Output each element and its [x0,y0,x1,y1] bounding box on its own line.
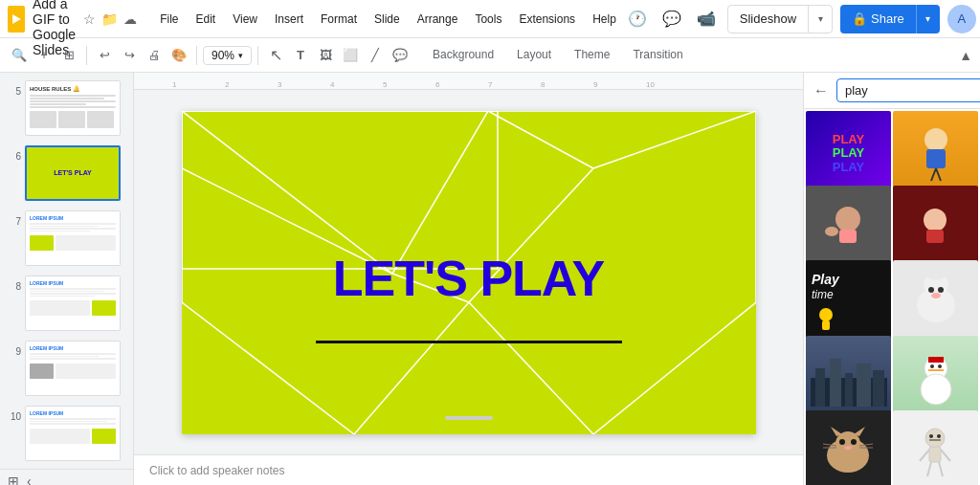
undo-btn[interactable]: ↩ [93,43,116,68]
notes-bar[interactable]: Click to add speaker notes [134,454,803,485]
comment-tool[interactable]: 💬 [389,43,412,68]
tab-theme[interactable]: Theme [563,44,621,67]
gif-item-3b[interactable]: WANNA PLAY? [893,260,978,345]
grid-slides-icon[interactable]: ⊞ [8,474,19,485]
folder-icon[interactable]: 📁 [101,11,118,27]
shape-tool[interactable]: ⬜ [339,43,362,68]
slideshow-button[interactable]: Slideshow ▾ [727,5,833,33]
tab-layout[interactable]: Layout [505,44,563,67]
gif-img-3a: Play time [806,260,891,345]
star-icon[interactable]: ☆ [83,11,96,27]
svg-rect-39 [815,368,825,407]
collapse-panel-icon[interactable]: ‹ [27,474,32,485]
menu-view[interactable]: View [225,9,265,30]
gif-back-button[interactable]: ← [812,80,831,101]
svg-point-27 [924,209,947,231]
ruler-mark: 3 [278,80,281,89]
gif-item-1b[interactable]: play isthat? [893,111,978,196]
menu-insert[interactable]: Insert [267,9,311,30]
history-icon[interactable]: 🕐 [624,6,651,33]
ruler-mark: 9 [593,80,597,89]
ruler-mark: 1 [172,80,176,89]
search-toolbar-btn[interactable]: 🔍 [8,43,31,68]
toolbar-separator-2 [196,46,197,65]
text-underline [316,341,622,343]
slide-main-text[interactable]: LET'S PLAY [333,250,605,307]
image-tool[interactable]: 🖼 [314,43,337,68]
toolbar: 🔍 + ⊞ ↩ ↪ 🖨 🎨 90% ▾ ↖ T 🖼 ⬜ ╱ 💬 Backgrou… [0,38,980,73]
zoom-value: 90% [212,49,234,62]
gif-cat [817,427,880,479]
svg-point-61 [925,429,945,448]
svg-point-68 [937,434,941,438]
menu-slide[interactable]: Slide [367,9,408,30]
gif-item-3a[interactable]: Play time just [806,260,891,345]
menu-edit[interactable]: Edit [189,9,224,30]
menu-extensions[interactable]: Extensions [511,9,583,30]
gif-city [811,349,887,407]
svg-point-46 [930,364,934,368]
gif-item-4b[interactable]: PLAY? [893,336,978,421]
slide-item-10[interactable]: 10 LOREM IPSUM [0,402,133,465]
share-dropdown-arrow[interactable]: ▾ [917,5,940,33]
tab-transition[interactable]: Transition [621,44,694,67]
print-btn[interactable]: 🖨 [143,43,166,68]
paint-format-btn[interactable]: 🎨 [167,43,190,68]
comments-icon[interactable]: 💬 [658,6,685,33]
svg-marker-52 [831,427,842,436]
gif-item-4a[interactable]: PLAY? [806,336,891,421]
slide-item-7[interactable]: 7 LOREM IPSUM [0,207,133,270]
slides-panel: 5 HOUSE RULES 🔔 6 LET'S PLAY 7 [0,73,134,485]
share-button[interactable]: 🔒 Share ▾ [840,5,940,33]
slide-thumb-10: LOREM IPSUM [25,406,121,461]
svg-point-55 [851,439,857,445]
scroll-indicator [445,416,493,420]
slideshow-main[interactable]: Slideshow [728,6,809,33]
header-right-controls: 🕐 💬 📹 Slideshow ▾ 🔒 Share ▾ A [624,5,976,33]
gif-item-2b[interactable] [893,186,978,271]
tab-background[interactable]: Background [421,44,505,67]
cloud-icon[interactable]: ☁ [123,11,137,27]
svg-line-65 [927,462,931,476]
share-lock-icon: 🔒 [852,11,867,26]
menu-arrange[interactable]: Arrange [410,9,466,30]
line-tool[interactable]: ╱ [364,43,387,68]
menu-tools[interactable]: Tools [467,9,509,30]
slide-item-9[interactable]: 9 LOREM IPSUM [0,337,133,400]
svg-line-5 [182,302,354,434]
menu-file[interactable]: File [152,9,186,30]
gif-item-1a[interactable]: PLAY PLAY PLAY [806,111,891,196]
slide-item-6[interactable]: 6 LET'S PLAY [0,142,133,205]
cursor-tool[interactable]: ↖ [264,43,287,68]
ruler-mark: 10 [646,80,655,89]
text-tool[interactable]: T [289,43,312,68]
grid-view-btn[interactable]: ⊞ [57,43,80,68]
zoom-in-btn[interactable]: + [33,43,56,68]
ruler-marks: 1 2 3 4 5 6 7 8 9 10 [153,73,803,89]
zoom-select[interactable]: 90% ▾ [203,46,252,65]
gif-grid: PLAY PLAY PLAY play isthat? [804,109,980,485]
gif-item-2a[interactable]: wanna play [806,186,891,271]
share-main[interactable]: 🔒 Share [840,5,917,33]
user-avatar[interactable]: A [947,5,976,33]
redo-btn[interactable]: ↪ [118,43,141,68]
slide-canvas[interactable]: LET'S PLAY [182,111,756,434]
toolbar-separator-1 [86,46,87,65]
menu-help[interactable]: Help [585,9,624,30]
slideshow-dropdown-arrow[interactable]: ▾ [809,6,832,33]
gif-item-5a[interactable]: PLAY [806,410,891,485]
gif-dog [907,276,965,329]
toolbar-collapse-btn[interactable]: ▲ [959,48,972,63]
ruler-mark: 4 [330,80,334,89]
gif-search-input[interactable] [836,78,980,102]
svg-point-54 [839,439,845,445]
gif-text-1a: PLAY PLAY PLAY [829,129,868,178]
svg-line-64 [941,450,950,461]
slide-item-8[interactable]: 8 LOREM IPSUM [0,272,133,335]
video-icon[interactable]: 📹 [693,6,720,33]
svg-rect-28 [926,230,944,243]
gif-item-5b[interactable] [893,410,978,485]
notes-placeholder[interactable]: Click to add speaker notes [149,464,284,477]
menu-format[interactable]: Format [313,9,365,30]
slide-item-5[interactable]: 5 HOUSE RULES 🔔 [0,77,133,140]
